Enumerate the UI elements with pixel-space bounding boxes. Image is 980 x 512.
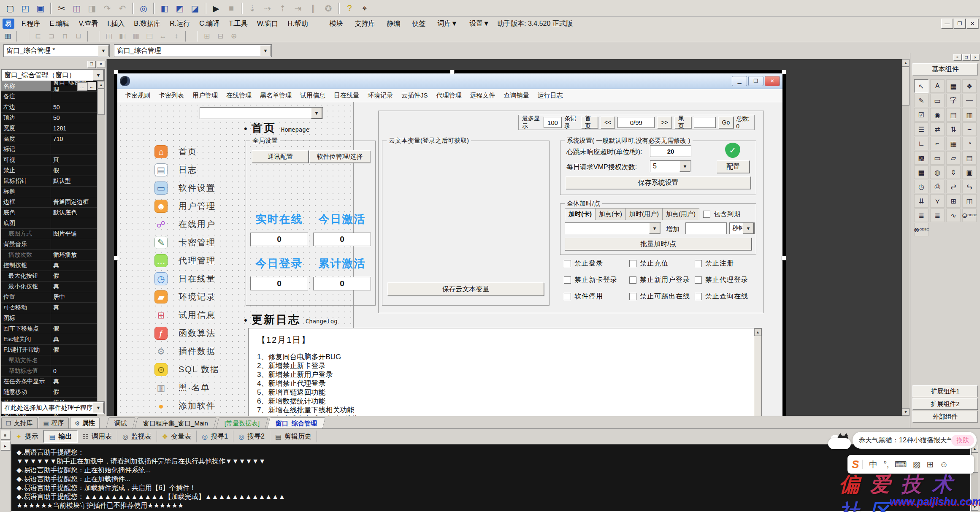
addtime-tab[interactable]: 加点(卡) xyxy=(595,208,626,220)
toolbar-icon[interactable]: ◰ xyxy=(18,2,32,15)
ime-tool-icon[interactable]: ☺ xyxy=(939,460,948,469)
softbit-manage-button[interactable]: 软件位管理/选择 xyxy=(309,150,370,163)
menu-item[interactable]: C.编译 xyxy=(195,18,224,30)
component-icon[interactable]: ✎ xyxy=(914,94,929,107)
toolbar-icon[interactable] xyxy=(132,3,134,14)
property-value[interactable] xyxy=(51,187,105,197)
checkbox-icon[interactable] xyxy=(629,276,636,284)
panel-tab[interactable]: ▤ 程序 xyxy=(39,417,69,429)
window-selector-combo[interactable]: 窗口_综合管理 * ▼ xyxy=(3,44,110,57)
menu-item[interactable]: V.查看 xyxy=(74,18,103,30)
forbid-checkbox[interactable]: 禁止充值 xyxy=(629,259,695,268)
property-row[interactable]: 随意移动 假 xyxy=(1,387,105,398)
align-toolbar-icon[interactable]: ↔ xyxy=(157,31,169,42)
menu-item[interactable]: R.运行 xyxy=(165,18,195,30)
property-row[interactable]: 最大化按钮 假 xyxy=(1,271,105,282)
property-value[interactable]: 50 xyxy=(51,113,105,123)
forbid-checkbox[interactable]: 禁止新用户登录 xyxy=(629,276,695,284)
output-tab[interactable]: ◎ 搜寻1 xyxy=(197,431,233,442)
align-toolbar-icon[interactable]: ⊓ xyxy=(59,31,71,42)
form-minimize-icon[interactable]: ▁ xyxy=(732,76,747,86)
scroll-thumb[interactable] xyxy=(97,89,105,115)
side-combo[interactable]: ▼ xyxy=(200,107,323,119)
toolbar-icon[interactable]: ↶ xyxy=(115,2,130,15)
output-tab[interactable]: ☷ 调用表 xyxy=(78,431,117,442)
toolbar-icon[interactable] xyxy=(153,3,155,14)
component-icon[interactable]: 字 xyxy=(946,94,961,107)
document-tab[interactable]: 窗口_综合管理 xyxy=(267,417,326,429)
chevron-down-icon[interactable]: ▼ xyxy=(98,45,109,56)
ime-tool-icon[interactable]: 中 xyxy=(869,459,877,470)
menu-item[interactable]: E.编辑 xyxy=(45,18,74,30)
property-row[interactable]: 禁止 假 xyxy=(1,165,105,176)
property-value[interactable]: 真 xyxy=(51,377,105,387)
property-value[interactable]: 普通固定边框 xyxy=(51,197,105,207)
prev-page-button[interactable]: << xyxy=(601,116,615,128)
object-selector-combo[interactable]: 窗口_综合管理（窗口） ▼ xyxy=(1,69,105,81)
document-tab[interactable]: 调试 xyxy=(106,417,136,429)
changelog-scrollbar[interactable]: ▲ ▼ xyxy=(754,328,761,416)
resize-handle[interactable] xyxy=(114,256,118,260)
save-cloud-var-button[interactable]: 保存云文本变量 xyxy=(387,282,544,296)
menu-extra-item[interactable]: 静编 xyxy=(381,18,406,30)
component-icon[interactable]: ◷ xyxy=(914,180,929,193)
component-icon[interactable]: ↖ xyxy=(914,79,929,93)
toolbar-icon[interactable] xyxy=(241,3,243,14)
form-menu-item[interactable]: 运行日志 xyxy=(533,90,567,101)
align-toolbar-icon[interactable]: ▤ xyxy=(143,31,156,42)
output-log[interactable]: ◆.易语言助手提醒您： ▼▼▼▼▼▼助手正在加载中，请看到加载插件完毕后在执行其… xyxy=(11,444,971,512)
property-value[interactable] xyxy=(51,144,105,154)
panel-restore-icon[interactable]: ❐ xyxy=(87,61,96,68)
output-tab[interactable]: ❖ 变量表 xyxy=(157,431,197,442)
forbid-checkbox[interactable]: 软件停用 xyxy=(564,292,629,301)
ime-tool-icon[interactable]: °‚ xyxy=(883,460,888,469)
strip-menu-icon[interactable]: ≡ xyxy=(1,431,10,440)
output-tab[interactable]: ◎ 搜寻2 xyxy=(233,431,270,442)
checkbox-icon[interactable] xyxy=(629,293,636,300)
toolbar-icon[interactable]: ✂ xyxy=(54,2,69,15)
component-icon[interactable]: ▤ xyxy=(946,108,961,122)
panel-tab[interactable]: ❐ 支持库 xyxy=(1,417,38,429)
property-row[interactable]: 标题 xyxy=(1,187,105,197)
changelog-box[interactable]: 【12月1日】 1、修复同台电脑多开BUG 2、新增禁止新卡登录 3、新增禁止新… xyxy=(248,328,762,416)
ellipsis-button[interactable]: … xyxy=(77,82,87,91)
first-page-button[interactable]: 首页 xyxy=(581,116,598,128)
toolbar-icon[interactable]: ◩ xyxy=(173,2,187,15)
property-value[interactable] xyxy=(51,355,105,366)
toolbar-icon[interactable]: ▢ xyxy=(3,2,17,15)
menu-item[interactable]: H.帮助 xyxy=(283,18,312,30)
component-icon[interactable]: ⋎ xyxy=(930,194,945,208)
menu-extra-item[interactable]: 便签 xyxy=(406,18,431,30)
align-toolbar-icon[interactable]: ⊐ xyxy=(45,31,58,42)
align-toolbar-icon[interactable] xyxy=(185,31,198,42)
component-icon[interactable]: ⇅ xyxy=(946,122,961,136)
form-menu-item[interactable]: 卡密列表 xyxy=(154,90,188,101)
align-toolbar-icon[interactable]: ▥ xyxy=(130,31,142,42)
addtime-target-combo[interactable]: ▼ xyxy=(565,222,661,234)
vmp-combo[interactable]: 5 ▼ xyxy=(650,160,691,172)
last-page-button[interactable]: 尾页 xyxy=(674,116,691,128)
toolbar-icon[interactable]: ◪ xyxy=(188,2,202,15)
form-close-icon[interactable]: ✕ xyxy=(765,76,780,86)
form-menu-item[interactable]: 卡密规则 xyxy=(121,90,154,101)
component-icon[interactable]: A xyxy=(930,79,945,93)
output-tab[interactable]: ▤ 剪辑历史 xyxy=(270,431,317,442)
comm-config-button[interactable]: 通讯配置 xyxy=(252,150,309,163)
checkbox-icon[interactable] xyxy=(564,293,571,300)
menu-item[interactable]: T.工具 xyxy=(224,18,252,30)
form-menu-item[interactable]: 远程文件 xyxy=(466,90,500,101)
config-button[interactable]: 配置 xyxy=(717,160,750,173)
property-row[interactable]: 在任务条中显示 真 xyxy=(1,377,105,387)
window-control-button[interactable]: ✕ xyxy=(966,19,978,29)
component-icon[interactable]: ☑ xyxy=(914,108,929,122)
property-value[interactable] xyxy=(51,218,105,228)
chevron-down-icon[interactable]: ▼ xyxy=(93,70,104,81)
property-value[interactable]: 真 xyxy=(51,282,105,292)
checkbox-icon[interactable] xyxy=(703,211,710,218)
form-menu-item[interactable]: 代理管理 xyxy=(432,90,466,101)
form-menu-item[interactable]: 日在线量 xyxy=(330,90,363,101)
event-handler-combo[interactable]: 在此处选择加入事件处理子程序 ▼ xyxy=(1,401,105,414)
property-value[interactable]: 真 xyxy=(51,155,105,165)
property-row[interactable]: 高度 710 xyxy=(1,134,105,144)
form-menu-item[interactable]: 云插件JS xyxy=(397,90,432,101)
